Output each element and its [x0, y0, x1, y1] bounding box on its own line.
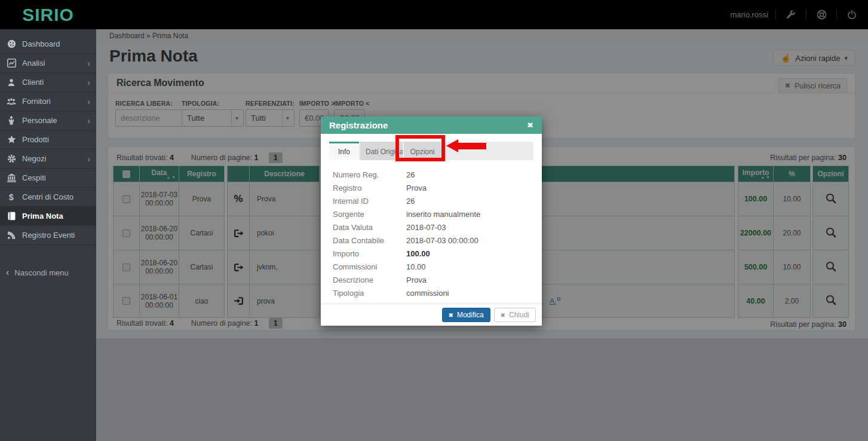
sidebar-item-label: Personale — [22, 116, 82, 125]
chiudi-label: Chiudi — [509, 311, 529, 319]
info-row: RegistroProva — [333, 181, 533, 194]
modal-header: Registrazione ✖ — [321, 117, 542, 134]
sidebar-item-label: Clienti — [22, 78, 82, 87]
bank-icon — [6, 173, 17, 182]
sidebar-item-clienti[interactable]: Clienti › — [0, 73, 96, 92]
dollar-icon: $ — [6, 192, 17, 202]
chevron-right-icon: › — [87, 97, 90, 106]
annotation-arrow-shaft — [458, 143, 486, 149]
modifica-button[interactable]: ✖ Modifica — [442, 308, 490, 322]
person-icon — [6, 116, 17, 125]
modifica-label: Modifica — [457, 311, 484, 319]
sidebar-item-dashboard[interactable]: Dashboard — [0, 35, 96, 54]
info-row: Sorgenteinserito manualmente — [333, 207, 533, 220]
sidebar-item-analisi[interactable]: Analisi › — [0, 54, 96, 73]
sidebar-item-personale[interactable]: Personale › — [0, 111, 96, 130]
sidebar-item-registro-eventi[interactable]: Registro Eventi — [0, 226, 96, 245]
info-row: Tipologiacommissioni — [333, 286, 533, 299]
sidebar-item-label: Centri di Costo — [22, 192, 90, 201]
info-row: Data Valuta2018-07-03 — [333, 220, 533, 234]
sidebar-item-label: Prima Nota — [22, 212, 90, 220]
users-icon — [6, 97, 17, 106]
chevron-right-icon: › — [87, 116, 90, 125]
collapse-menu-button[interactable]: ‹ Nascondi menu — [0, 263, 96, 282]
chiudi-button[interactable]: ✖ Chiudi — [494, 308, 536, 322]
close-icon: ✖ — [449, 312, 453, 318]
modal-info-list: Numero Reg.26 RegistroProva Internal ID2… — [333, 168, 533, 299]
sidebar-item-label: Analisi — [22, 59, 82, 68]
modal-close-icon[interactable]: ✖ — [527, 121, 533, 130]
sidebar-item-label: Registro Eventi — [22, 231, 90, 240]
sidebar-item-label: Prodotti — [22, 135, 90, 144]
chevron-right-icon: › — [87, 59, 90, 68]
collapse-menu-label: Nascondi menu — [14, 268, 90, 277]
modal-footer: ✖ Modifica ✖ Chiudi — [321, 304, 542, 326]
annotation-arrow-icon — [446, 139, 458, 152]
sidebar-item-label: Negozi — [22, 154, 82, 163]
sidebar-item-centri-di-costo[interactable]: $ Centri di Costo — [0, 188, 96, 207]
modal-title: Registrazione — [329, 120, 527, 130]
rss-icon — [6, 231, 17, 240]
dashboard-icon — [6, 39, 17, 48]
line-chart-icon — [6, 59, 17, 68]
info-row: Internal ID26 — [333, 194, 533, 207]
sidebar-item-label: Dashboard — [22, 39, 90, 48]
info-row: Numero Reg.26 — [333, 168, 533, 181]
annotation-highlight-rectangle — [395, 135, 445, 161]
sidebar-item-cespiti[interactable]: Cespiti — [0, 169, 96, 188]
sidebar-item-label: Fornitori — [22, 97, 82, 106]
sidebar-item-negozi[interactable]: Negozi › — [0, 149, 96, 169]
chevron-left-icon: ‹ — [6, 267, 9, 278]
star-icon — [6, 135, 17, 144]
sidebar-item-fornitori[interactable]: Fornitori › — [0, 92, 96, 111]
info-row: Importo100.00 — [333, 247, 533, 260]
app-root: SIRIO mario.rossi — [0, 0, 868, 441]
info-row: Data Contabile2018-07-03 00:00:00 — [333, 234, 533, 247]
sidebar-item-label: Cespiti — [22, 173, 90, 182]
close-icon: ✖ — [501, 312, 505, 318]
tab-info[interactable]: Info — [329, 142, 359, 160]
sidebar-item-prima-nota[interactable]: Prima Nota — [0, 207, 96, 226]
book-icon — [6, 212, 17, 220]
gear-icon — [6, 154, 17, 163]
info-row: DescrizioneProva — [333, 273, 533, 286]
chevron-right-icon: › — [87, 78, 90, 87]
sidebar-item-prodotti[interactable]: Prodotti — [0, 130, 96, 149]
app-logo[interactable]: SIRIO — [0, 0, 96, 29]
chevron-right-icon: › — [87, 154, 90, 164]
sidebar: Dashboard Analisi › Clienti › — [0, 29, 96, 441]
user-icon — [6, 78, 17, 87]
info-row: Commissioni10.00 — [333, 260, 533, 273]
